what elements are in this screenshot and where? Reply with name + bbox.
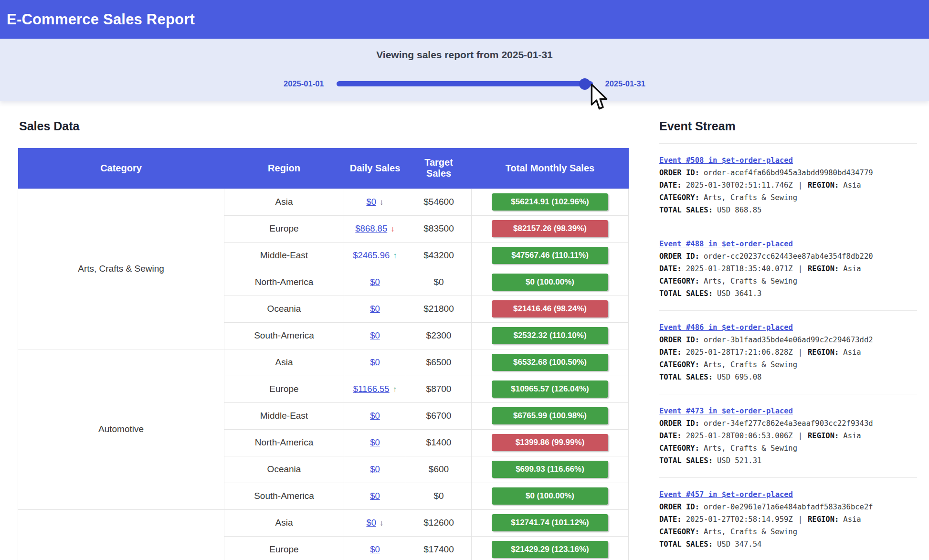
category-value: Arts, Crafts & Sewing [704,277,797,285]
region-cell: Oceania [224,456,344,483]
category-label: CATEGORY: [659,277,699,285]
daily-sales-link[interactable]: $868.85 [355,223,387,233]
daily-sales-link[interactable]: $0 [370,330,380,340]
event-link[interactable]: Event #488 in $et-order-placed [659,238,793,250]
total-monthly-cell: $56214.91 (102.96%) [472,189,629,215]
sales-table-body: Arts, Crafts & SewingAsia$0↓$54600$56214… [18,189,629,560]
region-cell: South-America [224,322,344,349]
daily-sales-link[interactable]: $0 [370,437,380,447]
total-sales-badge: $47567.46 (110.11%) [492,247,608,264]
total-monthly-cell: $6765.99 (100.98%) [472,402,629,429]
order-id-value: order-acef4fa66bd945a3abdd9980bd434779 [704,169,873,177]
sales-table: Category Region Daily Sales Target Sales… [18,148,629,560]
slider-row: 2025-01-01 2025-01-31 [0,79,929,88]
event-link[interactable]: Event #486 in $et-order-placed [659,321,793,334]
target-sales-cell: $17400 [406,536,472,560]
total-sales-value: USD 3641.3 [717,289,761,298]
daily-sales-link[interactable]: $0 [370,544,380,554]
target-sales-cell: $43200 [406,242,472,269]
slider-status-text: Viewing sales report from 2025-01-31 [0,39,929,61]
event-link[interactable]: Event #457 in $et-order-placed [659,488,793,501]
total-sales-label: TOTAL SALES: [659,289,713,298]
event-category-line: CATEGORY:Arts, Crafts & Sewing [659,191,917,204]
daily-sales-link[interactable]: $1166.55 [353,384,390,394]
region-value: Asia [843,348,861,357]
slider-thumb[interactable] [579,78,591,90]
slider-track[interactable] [337,81,593,86]
date-slider-panel: Viewing sales report from 2025-01-31 202… [0,39,929,101]
total-sales-badge: $12741.74 (101.12%) [492,514,608,531]
category-value: Arts, Crafts & Sewing [704,528,797,536]
total-sales-badge: $0 (100.00%) [492,487,608,505]
daily-sales-cell: $0↓ [344,509,406,536]
region-cell: Europe [224,376,344,402]
event-link[interactable]: Event #473 in $et-order-placed [659,405,793,417]
daily-sales-link[interactable]: $0 [370,411,380,421]
date-value: 2025-01-27T02:58:14.959Z [686,515,793,524]
event-date-line: DATE:2025-01-28T18:35:40.071Z|REGION:Asi… [659,263,917,275]
daily-sales-cell: $1166.55↑ [344,376,406,402]
column-header-total-monthly-sales: Total Monthly Sales [472,148,629,189]
total-sales-value: USD 521.31 [717,456,761,465]
category-cell: Arts, Crafts & Sewing [18,189,224,349]
region-cell: North-America [224,269,344,296]
mouse-cursor-icon [590,84,611,111]
daily-sales-link[interactable]: $0 [366,197,376,207]
event-date-line: DATE:2025-01-28T17:21:06.828Z|REGION:Asi… [659,346,917,359]
event-category-line: CATEGORY:Arts, Crafts & Sewing [659,442,917,454]
event-category-line: CATEGORY:Arts, Crafts & Sewing [659,526,917,538]
total-sales-label: TOTAL SALES: [659,206,713,214]
daily-sales-link[interactable]: $0 [370,491,380,501]
event-total-line: TOTAL SALES:USD 868.85 [659,204,917,216]
daily-sales-link[interactable]: $0 [370,277,380,287]
event-link[interactable]: Event #508 in $et-order-placed [659,154,793,167]
daily-sales-link[interactable]: $0 [366,518,376,528]
app-window: E-Commerce Sales Report Viewing sales re… [0,0,929,560]
region-cell: Europe [224,215,344,242]
region-label: REGION: [808,432,839,440]
pipe-separator: | [798,432,802,440]
category-value: Arts, Crafts & Sewing [704,444,797,453]
pipe-separator: | [798,348,802,357]
daily-sales-link[interactable]: $2465.96 [353,250,390,260]
slider-min-label: 2025-01-01 [284,79,324,88]
region-cell: Europe [224,536,344,560]
arrow-up-icon: ↑ [393,385,397,394]
target-sales-cell: $21800 [406,296,472,322]
date-label: DATE: [659,432,682,440]
daily-sales-cell: $0 [344,349,406,376]
order-id-value: order-34ef277c862e4a3eaaf903cc22f9343d [704,419,873,428]
daily-sales-link[interactable]: $0 [370,304,380,314]
arrow-up-icon: ↑ [393,251,397,260]
order-id-value: order-3b1faad35bde4e06ad99c2c294673dd2 [704,336,873,344]
daily-sales-cell: $0 [344,429,406,456]
date-value: 2025-01-28T17:21:06.828Z [686,348,793,357]
region-label: REGION: [808,348,839,357]
target-sales-cell: $8700 [406,376,472,402]
target-sales-cell: $0 [406,483,472,509]
event-order-line: ORDER ID:order-0e2961e71a6e484abfadf583a… [659,501,917,513]
total-sales-badge: $2532.32 (110.10%) [492,327,608,344]
order-id-label: ORDER ID: [659,336,699,344]
daily-sales-link[interactable]: $0 [370,357,380,367]
daily-sales-link[interactable]: $0 [370,464,380,474]
total-monthly-cell: $1399.86 (99.99%) [472,429,629,456]
target-sales-cell: $600 [406,456,472,483]
order-id-label: ORDER ID: [659,169,699,177]
event-category-line: CATEGORY:Arts, Crafts & Sewing [659,359,917,371]
total-monthly-cell: $10965.57 (126.04%) [472,376,629,402]
total-monthly-cell: $699.93 (116.66%) [472,456,629,483]
table-row: Arts, Crafts & SewingAsia$0↓$54600$56214… [18,189,629,215]
date-value: 2025-01-28T00:06:53.006Z [686,432,793,440]
order-id-value: order-0e2961e71a6e484abfadf583a36bce2f [704,503,873,511]
total-sales-badge: $0 (100.00%) [492,274,608,291]
daily-sales-cell: $0 [344,456,406,483]
total-sales-badge: $6532.68 (100.50%) [492,354,608,371]
total-sales-badge: $21429.29 (123.16%) [492,541,608,558]
total-sales-badge: $10965.57 (126.04%) [492,380,608,398]
region-cell: Asia [224,189,344,215]
daily-sales-cell: $0 [344,269,406,296]
order-id-label: ORDER ID: [659,252,699,261]
page-title: E-Commerce Sales Report [7,11,195,28]
target-sales-cell: $6700 [406,402,472,429]
